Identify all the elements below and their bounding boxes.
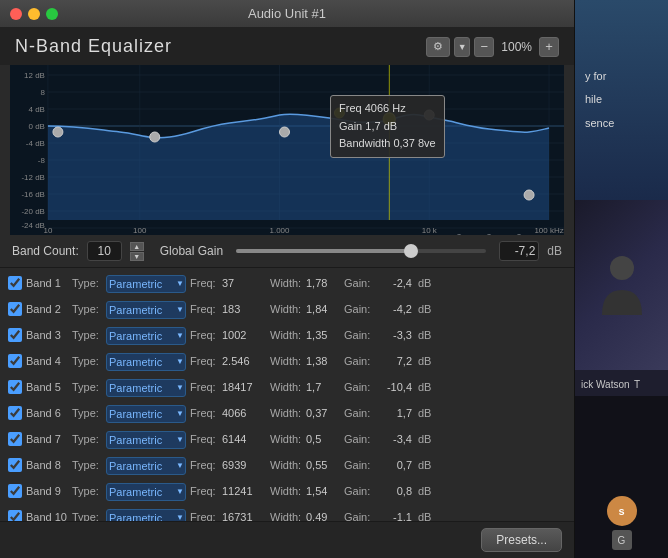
width-value-5: 1,7 — [306, 381, 340, 393]
svg-text:1.000: 1.000 — [270, 226, 291, 235]
svg-point-17 — [53, 127, 63, 137]
width-value-8: 0,55 — [306, 459, 340, 471]
type-label-1: Type: — [72, 277, 102, 289]
person-name: ick Watson — [581, 379, 630, 390]
gain-label-4: Gain: — [344, 355, 372, 367]
gain-label-10: Gain: — [344, 511, 372, 521]
type-select-9[interactable]: Parametric High Pass Low Pass Band Pass … — [106, 483, 186, 501]
band-checkbox-1[interactable] — [8, 276, 22, 290]
person-silhouette — [597, 250, 647, 320]
eq-graph[interactable]: 12 dB 8 4 dB 0 dB -4 dB -8 -12 dB -16 dB… — [10, 65, 564, 235]
band-checkbox-7[interactable] — [8, 432, 22, 446]
gain-db-7: dB — [418, 433, 431, 445]
type-select-wrapper-1: Parametric High Pass Low Pass Band Pass … — [106, 274, 186, 293]
band-name-5: Band 5 — [26, 381, 68, 393]
plugin-title: N-Band Equalizer — [15, 36, 172, 57]
svg-text:10 k: 10 k — [422, 226, 437, 235]
gain-db-1: dB — [418, 277, 431, 289]
gain-db-2: dB — [418, 303, 431, 315]
band-checkbox-6[interactable] — [8, 406, 22, 420]
type-select-10[interactable]: Parametric High Pass Low Pass Band Pass … — [106, 509, 186, 522]
small-icon-bottom[interactable]: G — [612, 530, 632, 550]
svg-text:12 dB: 12 dB — [24, 71, 45, 80]
type-select-5[interactable]: Parametric High Pass Low Pass Band Pass … — [106, 379, 186, 397]
type-label-10: Type: — [72, 511, 102, 521]
band-name-9: Band 9 — [26, 485, 68, 497]
minimize-button[interactable] — [28, 8, 40, 20]
gain-slider-thumb[interactable] — [404, 244, 418, 258]
band-checkbox-2[interactable] — [8, 302, 22, 316]
type-select-wrapper-9: Parametric High Pass Low Pass Band Pass … — [106, 482, 186, 501]
type-select-7[interactable]: Parametric High Pass Low Pass Band Pass … — [106, 431, 186, 449]
type-select-wrapper-6: Parametric High Pass Low Pass Band Pass … — [106, 404, 186, 423]
type-label-4: Type: — [72, 355, 102, 367]
gain-value-2: -4,2 — [376, 303, 412, 315]
band-checkbox-9[interactable] — [8, 484, 22, 498]
gear-button[interactable]: ⚙ — [426, 37, 450, 57]
presets-button[interactable]: Presets... — [481, 528, 562, 552]
band-checkbox-10[interactable] — [8, 510, 22, 521]
band-checkbox-4[interactable] — [8, 354, 22, 368]
type-select-4[interactable]: Parametric High Pass Low Pass Band Pass … — [106, 353, 186, 371]
stepper-up[interactable]: ▲ — [130, 242, 144, 251]
right-text-2: hile — [585, 92, 602, 107]
type-select-2[interactable]: Parametric High Pass Low Pass Band Pass … — [106, 301, 186, 319]
band-row-2: Band 2 Type: Parametric High Pass Low Pa… — [0, 296, 574, 322]
band-checkbox-5[interactable] — [8, 380, 22, 394]
right-panel: y for hile sence ick Watson T s G — [575, 0, 668, 558]
band-name-4: Band 4 — [26, 355, 68, 367]
svg-text:-24 dB: -24 dB — [21, 221, 45, 230]
gain-value-1: -2,4 — [376, 277, 412, 289]
freq-label-1: Freq: — [190, 277, 218, 289]
avatar[interactable]: s — [607, 496, 637, 526]
width-value-9: 1,54 — [306, 485, 340, 497]
window-title: Audio Unit #1 — [248, 6, 326, 21]
gain-value-4: 7,2 — [376, 355, 412, 367]
width-value-2: 1,84 — [306, 303, 340, 315]
type-select-wrapper-7: Parametric High Pass Low Pass Band Pass … — [106, 430, 186, 449]
freq-label-3: Freq: — [190, 329, 218, 341]
global-gain-db: dB — [547, 244, 562, 258]
zoom-in-button[interactable]: + — [539, 37, 559, 57]
svg-point-23 — [424, 110, 434, 120]
right-panel-top: y for hile sence — [575, 0, 668, 200]
freq-value-10: 16731 — [222, 511, 266, 521]
svg-text:-12 dB: -12 dB — [21, 173, 45, 182]
width-label-7: Width: — [270, 433, 302, 445]
band-name-2: Band 2 — [26, 303, 68, 315]
maximize-button[interactable] — [46, 8, 58, 20]
right-panel-image — [575, 200, 668, 370]
gain-value-9: 0,8 — [376, 485, 412, 497]
freq-label-2: Freq: — [190, 303, 218, 315]
width-label-9: Width: — [270, 485, 302, 497]
gain-label-2: Gain: — [344, 303, 372, 315]
freq-label-9: Freq: — [190, 485, 218, 497]
freq-value-3: 1002 — [222, 329, 266, 341]
freq-label-5: Freq: — [190, 381, 218, 393]
type-select-8[interactable]: Parametric High Pass Low Pass Band Pass … — [106, 457, 186, 475]
freq-value-9: 11241 — [222, 485, 266, 497]
width-value-3: 1,35 — [306, 329, 340, 341]
svg-point-21 — [524, 190, 534, 200]
band-checkbox-8[interactable] — [8, 458, 22, 472]
type-select-3[interactable]: Parametric High Pass Low Pass Band Pass … — [106, 327, 186, 345]
stepper-down[interactable]: ▼ — [130, 252, 144, 261]
band-row-5: Band 5 Type: Parametric High Pass Low Pa… — [0, 374, 574, 400]
svg-point-20 — [334, 108, 344, 118]
type-select-6[interactable]: Parametric High Pass Low Pass Band Pass … — [106, 405, 186, 423]
dropdown-arrow-button[interactable]: ▼ — [454, 37, 470, 57]
gain-db-6: dB — [418, 407, 431, 419]
global-gain-slider[interactable] — [236, 249, 486, 253]
type-select-1[interactable]: Parametric High Pass Low Pass Band Pass … — [106, 275, 186, 293]
band-count-input[interactable] — [87, 241, 122, 261]
band-checkbox-3[interactable] — [8, 328, 22, 342]
global-gain-value[interactable] — [499, 241, 539, 261]
band-row-1: Band 1 Type: Parametric High Pass Low Pa… — [0, 270, 574, 296]
type-label-9: Type: — [72, 485, 102, 497]
width-label-4: Width: — [270, 355, 302, 367]
gain-db-9: dB — [418, 485, 431, 497]
close-button[interactable] — [10, 8, 22, 20]
zoom-out-button[interactable]: − — [474, 37, 494, 57]
width-label-2: Width: — [270, 303, 302, 315]
gain-label-9: Gain: — [344, 485, 372, 497]
